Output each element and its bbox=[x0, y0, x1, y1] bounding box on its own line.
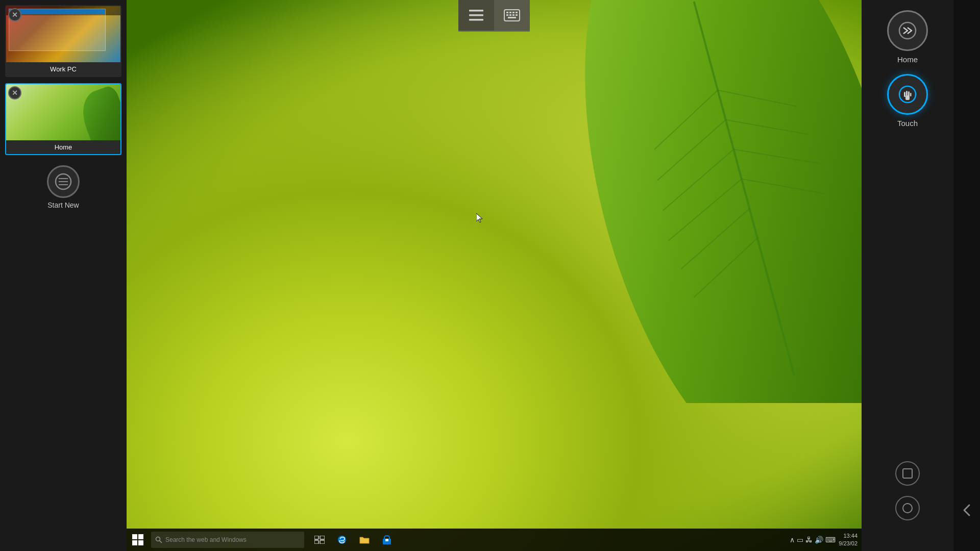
task-view-button[interactable] bbox=[310, 531, 329, 549]
file-explorer-button[interactable] bbox=[355, 531, 374, 549]
window-icon[interactable] bbox=[895, 461, 920, 486]
leaf-decoration bbox=[489, 0, 862, 403]
svg-rect-31 bbox=[138, 534, 143, 539]
right-edge bbox=[953, 0, 980, 551]
svg-rect-50 bbox=[903, 469, 912, 478]
svg-rect-17 bbox=[469, 14, 483, 16]
svg-rect-38 bbox=[314, 540, 318, 544]
wallpaper bbox=[127, 0, 862, 551]
edge-browser-button[interactable] bbox=[333, 531, 351, 549]
top-toolbar bbox=[458, 0, 530, 32]
system-tray-icons: ∧ ▭ 🖧 🔊 ⌨ bbox=[790, 536, 836, 544]
work-pc-thumbnail bbox=[6, 6, 120, 62]
work-pc-thumb-bg bbox=[6, 6, 120, 62]
touch-nav-circle[interactable] bbox=[887, 74, 928, 115]
left-sidebar: ✕ Work PC ✕ Home Start New bbox=[0, 0, 127, 551]
taskbar-date: 9/23/02 bbox=[839, 540, 857, 547]
svg-rect-26 bbox=[512, 14, 514, 16]
start-new-icon bbox=[47, 165, 80, 198]
start-button[interactable] bbox=[127, 529, 149, 551]
touch-nav-button[interactable]: Touch bbox=[887, 74, 928, 128]
work-pc-label: Work PC bbox=[6, 62, 120, 76]
svg-rect-48 bbox=[908, 91, 910, 96]
svg-rect-30 bbox=[132, 534, 137, 539]
svg-point-51 bbox=[903, 504, 912, 513]
svg-point-4 bbox=[527, 0, 862, 403]
home-nav-label: Home bbox=[897, 55, 918, 64]
svg-rect-25 bbox=[509, 14, 511, 16]
back-button[interactable] bbox=[957, 500, 977, 520]
right-panel: Home Touch bbox=[862, 0, 953, 551]
work-pc-thumb-window bbox=[9, 9, 106, 51]
tray-keyboard[interactable]: ⌨ bbox=[825, 536, 836, 544]
menu-toolbar-button[interactable] bbox=[458, 0, 494, 31]
svg-rect-21 bbox=[509, 12, 511, 13]
keyboard-toolbar-button[interactable] bbox=[494, 0, 530, 31]
search-placeholder: Search the web and Windows bbox=[165, 536, 247, 543]
svg-rect-23 bbox=[516, 12, 518, 13]
svg-rect-22 bbox=[512, 12, 514, 13]
svg-rect-28 bbox=[508, 17, 516, 18]
taskbar-time: 13:44 bbox=[843, 532, 857, 540]
start-new-button[interactable]: Start New bbox=[47, 165, 80, 209]
svg-rect-46 bbox=[904, 92, 905, 97]
taskbar: Search the web and Windows bbox=[127, 529, 862, 551]
session-card-work-pc[interactable]: ✕ Work PC bbox=[5, 5, 121, 77]
home-label: Home bbox=[6, 140, 120, 154]
close-work-pc-button[interactable]: ✕ bbox=[8, 8, 21, 21]
home-thumbnail bbox=[6, 84, 120, 140]
svg-rect-33 bbox=[138, 540, 143, 545]
svg-rect-27 bbox=[516, 14, 518, 16]
svg-rect-24 bbox=[506, 14, 508, 16]
start-new-label: Start New bbox=[47, 201, 79, 209]
svg-rect-37 bbox=[320, 536, 325, 539]
home-thumb-bg bbox=[6, 84, 120, 140]
touch-nav-label: Touch bbox=[897, 119, 918, 128]
tray-volume[interactable]: 🔊 bbox=[815, 536, 823, 544]
right-side-icons bbox=[895, 461, 920, 541]
home-nav-button[interactable]: Home bbox=[887, 10, 928, 64]
svg-rect-20 bbox=[506, 12, 508, 13]
circle-icon[interactable] bbox=[895, 496, 920, 520]
main-area: Search the web and Windows bbox=[127, 0, 862, 551]
svg-rect-32 bbox=[132, 540, 137, 545]
svg-point-34 bbox=[156, 537, 160, 541]
tray-network[interactable]: 🖧 bbox=[805, 536, 813, 544]
svg-rect-36 bbox=[314, 536, 318, 539]
svg-rect-16 bbox=[469, 10, 483, 12]
session-card-home[interactable]: ✕ Home bbox=[5, 83, 121, 155]
svg-rect-18 bbox=[469, 19, 483, 21]
store-button[interactable] bbox=[378, 531, 396, 549]
svg-rect-49 bbox=[910, 93, 912, 96]
svg-rect-47 bbox=[906, 91, 908, 96]
home-nav-circle[interactable] bbox=[887, 10, 928, 51]
svg-rect-39 bbox=[320, 540, 325, 544]
taskbar-right: ∧ ▭ 🖧 🔊 ⌨ 13:44 9/23/02 bbox=[790, 532, 862, 548]
tray-display[interactable]: ▭ bbox=[797, 536, 803, 544]
tray-chevron[interactable]: ∧ bbox=[790, 536, 795, 544]
taskbar-icons bbox=[310, 531, 396, 549]
close-home-button[interactable]: ✕ bbox=[8, 86, 21, 99]
svg-rect-42 bbox=[385, 539, 388, 541]
svg-line-35 bbox=[160, 541, 162, 543]
taskbar-search[interactable]: Search the web and Windows bbox=[151, 532, 304, 548]
